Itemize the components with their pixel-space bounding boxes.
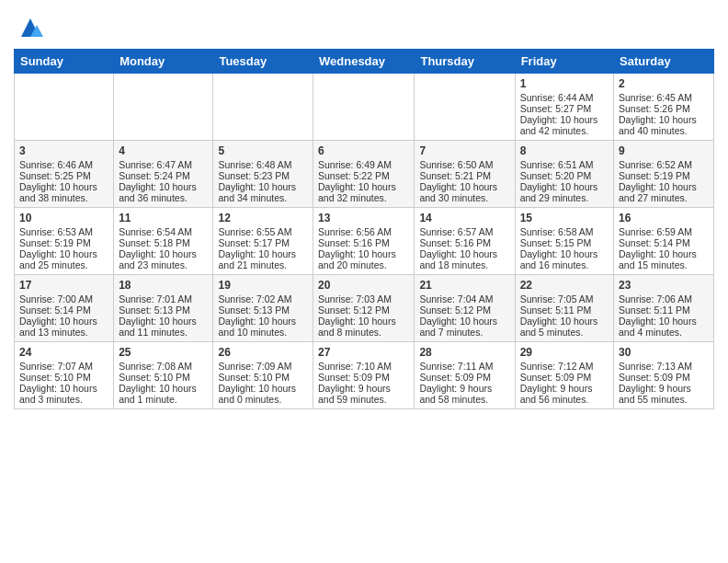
calendar-cell: 10Sunrise: 6:53 AMSunset: 5:19 PMDayligh… — [15, 208, 114, 275]
day-number: 11 — [119, 212, 208, 224]
calendar-week-row: 17Sunrise: 7:00 AMSunset: 5:14 PMDayligh… — [15, 275, 714, 342]
day-info: Sunrise: 7:06 AM — [619, 293, 709, 304]
calendar-cell: 7Sunrise: 6:50 AMSunset: 5:21 PMDaylight… — [415, 141, 515, 208]
weekday-header-friday: Friday — [515, 50, 613, 74]
calendar-cell: 15Sunrise: 6:58 AMSunset: 5:15 PMDayligh… — [515, 208, 613, 275]
day-info: Daylight: 10 hours — [19, 316, 108, 327]
day-info: Sunrise: 6:50 AM — [419, 159, 509, 170]
calendar-cell: 5Sunrise: 6:48 AMSunset: 5:23 PMDaylight… — [213, 141, 313, 208]
day-info: Daylight: 10 hours — [218, 248, 308, 259]
day-number: 28 — [419, 346, 509, 359]
day-info: Daylight: 10 hours — [119, 181, 208, 192]
day-info: Daylight: 10 hours — [119, 383, 208, 394]
day-number: 24 — [19, 346, 108, 359]
day-number: 29 — [520, 346, 609, 359]
day-info: Sunrise: 6:58 AM — [520, 226, 609, 237]
day-info: Daylight: 10 hours — [619, 114, 709, 125]
day-info: Sunrise: 7:01 AM — [119, 293, 208, 304]
logo-icon — [17, 14, 44, 41]
day-info: and 23 minutes. — [119, 259, 208, 270]
calendar-cell: 25Sunrise: 7:08 AMSunset: 5:10 PMDayligh… — [114, 342, 213, 409]
weekday-header-row: SundayMondayTuesdayWednesdayThursdayFrid… — [15, 50, 714, 74]
day-info: Sunset: 5:19 PM — [19, 237, 108, 248]
day-info: Daylight: 10 hours — [218, 383, 308, 394]
day-number: 14 — [419, 212, 509, 224]
calendar-cell: 9Sunrise: 6:52 AMSunset: 5:19 PMDaylight… — [614, 141, 714, 208]
day-number: 21 — [419, 279, 509, 292]
day-info: Daylight: 10 hours — [318, 181, 409, 192]
calendar-cell: 2Sunrise: 6:45 AMSunset: 5:26 PMDaylight… — [614, 74, 714, 141]
day-info: Daylight: 10 hours — [218, 316, 308, 327]
day-info: and 20 minutes. — [318, 259, 409, 270]
day-number: 9 — [619, 144, 709, 157]
day-number: 25 — [119, 346, 208, 359]
day-info: Sunrise: 7:13 AM — [619, 361, 709, 372]
day-info: Daylight: 9 hours — [419, 383, 509, 394]
calendar-week-row: 3Sunrise: 6:46 AMSunset: 5:25 PMDaylight… — [15, 141, 714, 208]
calendar-cell — [15, 74, 114, 141]
day-number: 4 — [119, 144, 208, 157]
day-info: Sunrise: 7:08 AM — [119, 361, 208, 372]
day-info: Sunset: 5:11 PM — [619, 304, 709, 316]
day-info: Sunset: 5:21 PM — [419, 170, 509, 181]
day-info: Daylight: 10 hours — [619, 316, 709, 327]
weekday-header-monday: Monday — [114, 50, 213, 74]
calendar-cell: 8Sunrise: 6:51 AMSunset: 5:20 PMDaylight… — [515, 141, 613, 208]
day-info: and 1 minute. — [119, 394, 208, 405]
day-info: and 58 minutes. — [419, 394, 509, 405]
day-info: Daylight: 10 hours — [619, 181, 709, 192]
calendar-cell: 21Sunrise: 7:04 AMSunset: 5:12 PMDayligh… — [415, 275, 515, 342]
day-info: Sunset: 5:27 PM — [520, 103, 609, 114]
calendar-week-row: 24Sunrise: 7:07 AMSunset: 5:10 PMDayligh… — [15, 342, 714, 409]
day-number: 16 — [619, 212, 709, 224]
day-info: Sunrise: 6:45 AM — [619, 92, 709, 103]
day-info: Sunrise: 7:11 AM — [419, 361, 509, 372]
calendar-cell: 12Sunrise: 6:55 AMSunset: 5:17 PMDayligh… — [213, 208, 313, 275]
weekday-header-thursday: Thursday — [415, 50, 515, 74]
day-info: and 11 minutes. — [119, 327, 208, 338]
day-number: 30 — [619, 346, 709, 359]
calendar-cell: 11Sunrise: 6:54 AMSunset: 5:18 PMDayligh… — [114, 208, 213, 275]
day-number: 15 — [520, 212, 609, 224]
day-info: Sunrise: 7:04 AM — [419, 293, 509, 304]
day-info: Sunrise: 6:59 AM — [619, 226, 709, 237]
day-info: Sunset: 5:13 PM — [119, 304, 208, 316]
day-info: Sunrise: 6:56 AM — [318, 226, 409, 237]
day-info: Sunrise: 6:46 AM — [19, 159, 108, 170]
day-info: Sunset: 5:23 PM — [218, 170, 308, 181]
day-info: and 55 minutes. — [619, 394, 709, 405]
day-info: Sunset: 5:10 PM — [218, 372, 308, 383]
day-info: Sunrise: 7:02 AM — [218, 293, 308, 304]
day-info: Daylight: 9 hours — [318, 383, 409, 394]
weekday-header-saturday: Saturday — [614, 50, 714, 74]
day-info: and 8 minutes. — [318, 327, 409, 338]
day-info: Daylight: 10 hours — [419, 248, 509, 259]
day-info: and 4 minutes. — [619, 327, 709, 338]
day-info: and 16 minutes. — [520, 259, 609, 270]
day-info: Sunset: 5:10 PM — [19, 372, 108, 383]
day-info: Sunset: 5:14 PM — [19, 304, 108, 316]
day-info: Daylight: 10 hours — [119, 248, 208, 259]
day-info: and 30 minutes. — [419, 192, 509, 203]
day-info: and 38 minutes. — [19, 192, 108, 203]
day-info: and 21 minutes. — [218, 259, 308, 270]
header — [14, 9, 714, 41]
day-info: Daylight: 10 hours — [318, 316, 409, 327]
day-info: Sunrise: 6:57 AM — [419, 226, 509, 237]
weekday-header-wednesday: Wednesday — [313, 50, 415, 74]
calendar-cell: 6Sunrise: 6:49 AMSunset: 5:22 PMDaylight… — [313, 141, 415, 208]
calendar-cell: 1Sunrise: 6:44 AMSunset: 5:27 PMDaylight… — [515, 74, 613, 141]
day-info: Sunrise: 6:47 AM — [119, 159, 208, 170]
day-info: Sunset: 5:09 PM — [619, 372, 709, 383]
day-info: and 29 minutes. — [520, 192, 609, 203]
day-info: Daylight: 10 hours — [218, 181, 308, 192]
day-info: Sunset: 5:09 PM — [318, 372, 409, 383]
day-info: and 15 minutes. — [619, 259, 709, 270]
day-info: Sunrise: 7:05 AM — [520, 293, 609, 304]
day-number: 12 — [218, 212, 308, 224]
calendar-cell: 20Sunrise: 7:03 AMSunset: 5:12 PMDayligh… — [313, 275, 415, 342]
day-info: and 36 minutes. — [119, 192, 208, 203]
day-info: Daylight: 10 hours — [520, 181, 609, 192]
day-info: Sunset: 5:13 PM — [218, 304, 308, 316]
day-info: Sunrise: 6:44 AM — [520, 92, 609, 103]
